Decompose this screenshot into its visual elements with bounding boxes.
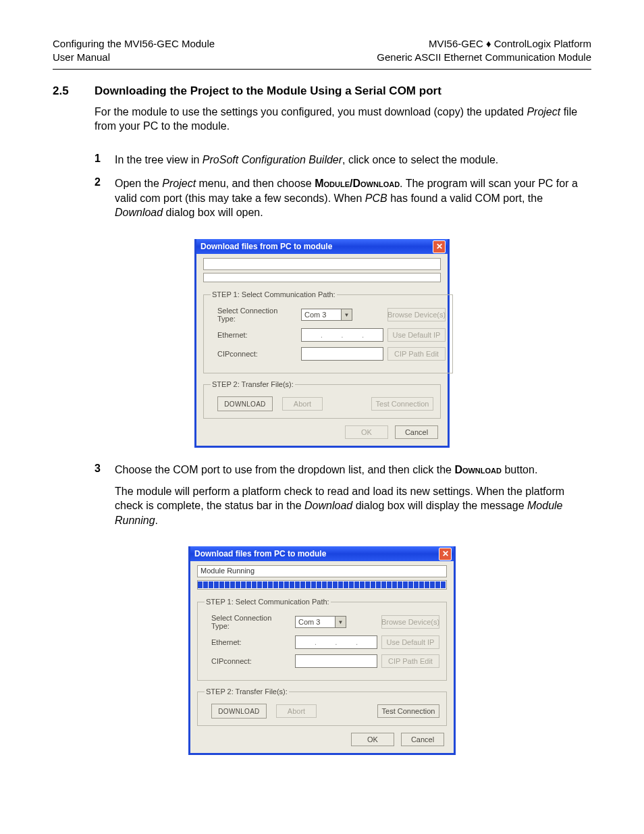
section-number: 2.5 — [53, 84, 95, 98]
ethernet-ip-field[interactable]: ... — [301, 328, 383, 342]
li1-b: ProSoft Configuration Builder — [203, 154, 342, 165]
ok-button[interactable]: OK — [345, 425, 388, 439]
conn-type-value: Com 3 — [304, 311, 326, 319]
test-connection-button[interactable]: Test Connection — [377, 704, 439, 718]
li3-p2-e: . — [155, 515, 158, 526]
li3-a: Choose the COM port to use from the drop… — [115, 464, 454, 475]
step-1-body: In the tree view in ProSoft Configuratio… — [115, 153, 591, 174]
li3-p2-b: Download — [304, 500, 352, 511]
step-2-body: Open the Project menu, and then choose M… — [115, 176, 591, 227]
intro-a: For the module to use the settings you c… — [95, 106, 527, 118]
use-default-ip-button[interactable]: Use Default IP — [381, 635, 439, 649]
step1-fieldset: STEP 1: Select Communication Path: Selec… — [197, 598, 447, 681]
intro-paragraph: For the module to use the settings you c… — [95, 105, 591, 134]
header-right-1: MVI56-GEC ♦ ControlLogix Platform — [429, 38, 591, 49]
cipconnect-field[interactable] — [295, 654, 377, 668]
li2-g: has found a valid COM port, the — [387, 192, 543, 204]
header-left-1: Configuring the MVI56-GEC Module — [53, 38, 215, 49]
download-button[interactable]: DOWNLOAD — [217, 396, 273, 411]
download-dialog-complete: Download files from PC to module ✕ Modul… — [188, 546, 456, 755]
conn-type-label: Select Connection Type: — [205, 614, 291, 630]
step2-fieldset: STEP 2: Transfer File(s): DOWNLOAD Abort… — [197, 687, 447, 726]
status-field — [203, 258, 441, 270]
document-page: Configuring the MVI56-GEC Module User Ma… — [0, 0, 644, 834]
conn-type-combo[interactable]: Com 3 ▼ — [295, 616, 346, 628]
step1-legend: STEP 1: Select Communication Path: — [211, 290, 337, 298]
step2-fieldset: STEP 2: Transfer File(s): DOWNLOAD Abort… — [203, 380, 441, 419]
test-connection-button[interactable]: Test Connection — [371, 397, 433, 411]
step-3: 3 Choose the COM port to use from the dr… — [53, 463, 591, 534]
li2-i: dialog box will open. — [163, 207, 263, 218]
li1-a: In the tree view in — [115, 154, 203, 165]
close-icon[interactable]: ✕ — [433, 240, 446, 253]
step-1: 1 In the tree view in ProSoft Configurat… — [53, 153, 591, 174]
conn-type-label: Select Connection Type: — [211, 307, 297, 323]
header-right: MVI56-GEC ♦ ControlLogix Platform Generi… — [377, 37, 591, 65]
li3-b: Download — [454, 464, 502, 475]
close-icon[interactable]: ✕ — [439, 548, 452, 561]
chevron-down-icon[interactable]: ▼ — [341, 309, 352, 320]
use-default-ip-button[interactable]: Use Default IP — [387, 328, 446, 342]
cipconnect-field[interactable] — [301, 347, 383, 361]
dialog-titlebar[interactable]: Download files from PC to module ✕ — [196, 239, 448, 254]
cip-path-edit-button[interactable]: CIP Path Edit — [381, 654, 439, 668]
step1-legend: STEP 1: Select Communication Path: — [205, 598, 331, 606]
step1-fieldset: STEP 1: Select Communication Path: Selec… — [203, 290, 453, 373]
ethernet-ip-field[interactable]: ... — [295, 635, 377, 649]
header-left-2: User Manual — [53, 51, 110, 63]
header-right-2: Generic ASCII Ethernet Communication Mod… — [377, 51, 591, 63]
status-field: Module Running — [197, 565, 447, 577]
dialog-titlebar[interactable]: Download files from PC to module ✕ — [190, 546, 454, 561]
step-3-number: 3 — [95, 463, 115, 534]
progress-bar — [197, 580, 447, 590]
conn-type-value: Com 3 — [298, 618, 320, 626]
intro-b: Project — [527, 106, 560, 118]
cancel-button[interactable]: Cancel — [401, 733, 444, 746]
section-title-text: Downloading the Project to the Module Us… — [95, 84, 441, 98]
step-1-number: 1 — [95, 153, 115, 174]
step2-legend: STEP 2: Transfer File(s): — [211, 380, 295, 388]
chevron-down-icon[interactable]: ▼ — [335, 617, 346, 627]
page-header: Configuring the MVI56-GEC Module User Ma… — [53, 37, 591, 65]
progress-bar — [203, 273, 441, 282]
download-dialog-initial: Download files from PC to module ✕ STEP … — [194, 239, 450, 448]
cipconnect-label: CIPconnect: — [205, 657, 291, 665]
li3-c: button. — [502, 464, 537, 475]
ethernet-label: Ethernet: — [205, 638, 291, 646]
abort-button[interactable]: Abort — [276, 704, 317, 718]
li3-p2-c: dialog box will display the message — [352, 500, 527, 511]
li2-f: PCB — [365, 192, 387, 204]
li1-c: , click once to select the module. — [342, 154, 498, 165]
ethernet-label: Ethernet: — [211, 331, 297, 339]
step-2: 2 Open the Project menu, and then choose… — [53, 176, 591, 227]
ok-button[interactable]: OK — [351, 733, 394, 746]
cancel-button[interactable]: Cancel — [395, 425, 438, 439]
header-left: Configuring the MVI56-GEC Module User Ma… — [53, 37, 215, 65]
li2-b: Project — [162, 178, 196, 189]
cip-path-edit-button[interactable]: CIP Path Edit — [387, 347, 446, 361]
browse-device-button[interactable]: Browse Device(s) — [387, 308, 446, 321]
li2-c: menu, and then choose — [196, 178, 315, 189]
step2-legend: STEP 2: Transfer File(s): — [205, 687, 289, 696]
li2-d: Module/Download — [315, 178, 400, 189]
li2-h: Download — [115, 207, 163, 218]
cipconnect-label: CIPconnect: — [211, 350, 297, 358]
step-2-number: 2 — [95, 176, 115, 227]
conn-type-combo[interactable]: Com 3 ▼ — [301, 309, 352, 321]
step-3-body: Choose the COM port to use from the drop… — [115, 463, 591, 534]
dialog-title: Download files from PC to module — [194, 549, 326, 558]
browse-device-button[interactable]: Browse Device(s) — [381, 615, 439, 629]
li2-a: Open the — [115, 178, 162, 189]
download-button[interactable]: DOWNLOAD — [211, 704, 267, 719]
section-heading: 2.5 Downloading the Project to the Modul… — [53, 84, 591, 98]
dialog-title: Download files from PC to module — [200, 242, 332, 251]
header-rule — [53, 69, 591, 70]
abort-button[interactable]: Abort — [282, 397, 323, 411]
progress-fill — [198, 581, 446, 588]
